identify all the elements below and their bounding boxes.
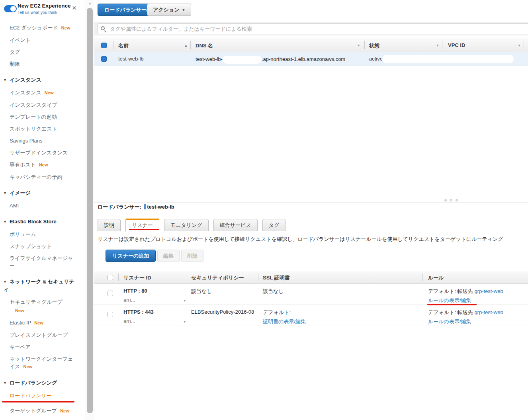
sidebar-item-volumes[interactable]: ボリューム: [10, 231, 78, 238]
sidebar-section-network-security[interactable]: ▼ネットワーク & セキュリティ: [3, 278, 77, 293]
sidebar-item-network-interfaces[interactable]: ネットワークインターフェイスNew: [10, 355, 78, 371]
vertical-scrollbar[interactable]: ▲: [85, 0, 94, 420]
actions-button[interactable]: アクション▼: [147, 4, 191, 16]
sidebar-item-key-pairs[interactable]: キーペア: [10, 343, 78, 351]
sidebar-item-load-balancers[interactable]: ロードバランサー: [10, 392, 78, 402]
sidebar-item-dedicated-hosts[interactable]: 専有ホストNew: [10, 161, 78, 169]
sidebar-nav: EC2 ダッシュボードNew イベント タグ 制限 ▼インスタンス インスタンス…: [0, 18, 85, 415]
lb-state: active: [369, 56, 383, 62]
filter-caret-icon[interactable]: ▼: [436, 44, 439, 47]
rule-default: デフォルト: 転送先 grp-test-web: [428, 288, 503, 295]
listener-description-text: リスナーは設定されたプロトコルおよびポートを使用して接続リクエストを確認し、ロー…: [98, 236, 528, 243]
select-all-checkbox[interactable]: [108, 275, 113, 280]
new-badge: New: [45, 90, 54, 95]
close-icon[interactable]: ×: [72, 4, 76, 12]
panel-resize-handle[interactable]: [444, 199, 458, 201]
section-collapse-icon: ▼: [3, 381, 7, 385]
sidebar-item-capacity-reservations[interactable]: キャパシティーの予約: [10, 173, 78, 181]
column-header-rules: ルール: [428, 274, 444, 281]
sidebar-item-tags[interactable]: タグ: [10, 48, 78, 56]
tab-listeners[interactable]: リスナー: [125, 219, 159, 232]
target-group-link[interactable]: grp-test-web: [474, 288, 503, 294]
sort-asc-icon[interactable]: ▲: [184, 44, 188, 47]
sidebar-section-ebs[interactable]: ▼Elastic Block Store: [3, 218, 77, 226]
sidebar-item-target-groups[interactable]: ターゲットグループNew: [10, 407, 78, 415]
red-annotation-underline: [2, 401, 74, 402]
lb-table-header: 名前 ▲ DNS 名 ▼ 状態 ▼ VPC ID ▼: [94, 38, 528, 52]
banner-feedback-link[interactable]: Tell us what you think: [18, 10, 57, 15]
sidebar-item-label: タグ: [10, 49, 20, 55]
lb-table-row[interactable]: test-web-lb test-web-lb-.ap-northeast-1.…: [94, 52, 528, 66]
chevron-down-icon: ▼: [183, 299, 186, 303]
column-header-state[interactable]: 状態: [369, 42, 379, 49]
section-collapse-icon: ▼: [3, 78, 7, 82]
sidebar-item-launch-templates[interactable]: テンプレートの起動: [10, 113, 78, 121]
section-collapse-icon: ▼: [3, 191, 7, 195]
sidebar-item-instances[interactable]: インスタンスNew: [10, 89, 78, 97]
sidebar-item-security-groups[interactable]: セキュリティグループNew: [10, 298, 78, 315]
sidebar-item-spot-requests[interactable]: スポットリクエスト: [10, 125, 78, 133]
sidebar-item-reserved-instances[interactable]: リザーブドインスタンス: [10, 149, 78, 156]
ssl-certificate: 該当なし: [263, 288, 284, 295]
detail-title: ロードバランサー:test-web-lb: [98, 203, 174, 211]
sidebar-item-snapshots[interactable]: スナップショット: [10, 242, 78, 250]
filter-caret-icon[interactable]: ▼: [357, 44, 360, 47]
add-listener-button[interactable]: リスナーの追加: [106, 250, 156, 262]
delete-listener-button: 削除: [181, 250, 203, 262]
column-header-vpc[interactable]: VPC ID: [448, 42, 465, 48]
chevron-down-icon: ▼: [183, 320, 186, 324]
new-experience-toggle[interactable]: [4, 5, 17, 12]
listener-arn[interactable]: arn...▼: [123, 297, 186, 304]
target-group-link[interactable]: grp-test-web: [474, 309, 503, 315]
sidebar-item-limits[interactable]: 制限: [10, 60, 78, 68]
tab-monitoring[interactable]: モニタリング: [164, 219, 209, 231]
sidebar-item-events[interactable]: イベント: [10, 36, 78, 44]
sidebar-section-load-balancing[interactable]: ▼ロードバランシング: [3, 379, 77, 387]
tab-description[interactable]: 説明: [98, 219, 121, 231]
scrollbar-thumb[interactable]: [87, 8, 93, 413]
sidebar-item-label: EC2 ダッシュボード: [10, 25, 58, 31]
sidebar-item-ami[interactable]: AMI: [10, 202, 78, 209]
listener-row-http80[interactable]: HTTP : 80 arn...▼ 該当なし 該当なし デフォルト: 転送先 g…: [94, 284, 528, 305]
scroll-up-icon[interactable]: ▲: [85, 2, 95, 5]
security-policy: ELBSecurityPolicy-2016-08: [191, 309, 254, 315]
sidebar-item-placement-groups[interactable]: プレイスメントグループ: [10, 331, 78, 339]
filter-caret-icon[interactable]: ▼: [518, 44, 521, 47]
sidebar-item-label: イベント: [10, 37, 31, 43]
section-collapse-icon: ▼: [3, 280, 7, 284]
sidebar-item-savings-plans[interactable]: Savings Plans: [10, 137, 78, 145]
sidebar-item-elastic-ip[interactable]: Elastic IPNew: [10, 319, 78, 327]
sidebar-section-images[interactable]: ▼イメージ: [3, 189, 77, 197]
row-checkbox[interactable]: [101, 56, 107, 62]
listener-table-header: リスナー ID セキュリティポリシー SSL 証明書 ルール: [94, 271, 528, 284]
listener-arn[interactable]: arn...▼: [123, 318, 186, 325]
new-experience-banner: New EC2 Experience Tell us what you thin…: [0, 0, 85, 18]
sidebar-section-instances[interactable]: ▼インスタンス: [3, 76, 77, 84]
sidebar-item-ec2-dashboard[interactable]: EC2 ダッシュボードNew: [10, 24, 78, 32]
view-edit-rules-link[interactable]: ルールの表示/編集: [428, 297, 471, 303]
view-edit-certificate-link[interactable]: 証明書の表示/編集: [263, 318, 306, 324]
detail-title-label: ロードバランサー:: [98, 204, 141, 210]
selection-marker: [144, 204, 146, 209]
lb-name: test-web-lb: [118, 56, 144, 62]
filter-bar: [94, 22, 528, 35]
redacted-area: [223, 56, 262, 64]
rule-default: デフォルト: 転送先 grp-test-web: [428, 309, 503, 316]
column-header-ssl-cert: SSL 証明書: [263, 274, 290, 281]
listener-row-https443[interactable]: HTTPS : 443 arn...▼ ELBSecurityPolicy-20…: [94, 305, 528, 326]
row-checkbox[interactable]: [108, 291, 113, 296]
sidebar-item-label: 制限: [10, 61, 20, 67]
redacted-vpc-id: [382, 55, 514, 63]
sidebar-item-instance-types[interactable]: インスタンスタイプ: [10, 101, 78, 109]
panel-divider: [94, 198, 528, 198]
tab-tags[interactable]: タグ: [262, 219, 286, 231]
view-edit-rules-link[interactable]: ルールの表示/編集: [428, 318, 471, 324]
search-input[interactable]: [98, 23, 528, 34]
select-all-checkbox[interactable]: [101, 43, 107, 48]
row-checkbox[interactable]: [108, 312, 113, 317]
sidebar-item-lifecycle-manager[interactable]: ライフサイクルマネージャー: [10, 254, 78, 270]
tab-integrated-services[interactable]: 統合サービス: [213, 219, 258, 231]
tab-content-border: [94, 231, 528, 231]
column-header-dns[interactable]: DNS 名: [196, 42, 213, 49]
column-header-name[interactable]: 名前: [118, 42, 129, 49]
